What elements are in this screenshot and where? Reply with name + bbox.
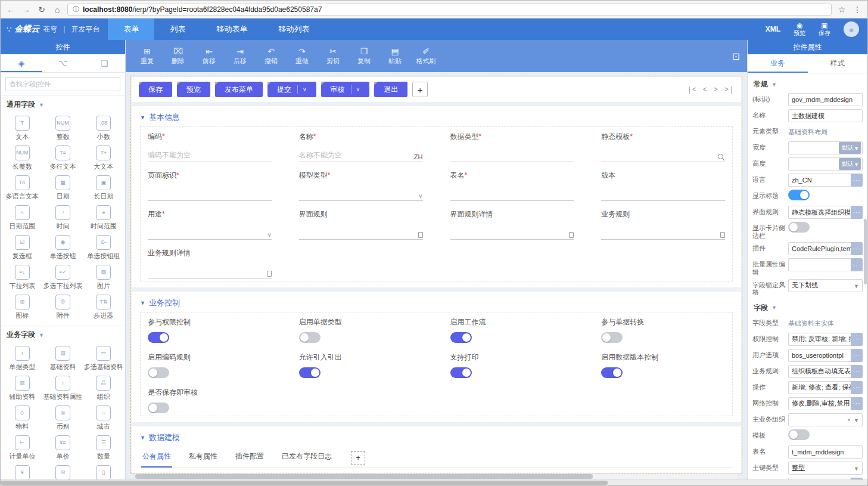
- chevron-down-icon[interactable]: ▼: [854, 283, 859, 289]
- control-item[interactable]: ◎币别: [42, 403, 83, 433]
- clear-icon[interactable]: ×: [847, 417, 851, 423]
- control-item[interactable]: ⊞图标: [2, 292, 42, 322]
- toggle-switch[interactable]: [148, 367, 169, 378]
- field-input[interactable]: ∨: [299, 189, 423, 201]
- more-options-button[interactable]: ···: [851, 381, 863, 394]
- form-action-button[interactable]: 发布菜单: [215, 82, 263, 97]
- form-action-button[interactable]: 提交∨: [267, 82, 316, 97]
- form-field[interactable]: 业务规则详情: [148, 248, 272, 278]
- property-input[interactable]: zh_CN: [788, 174, 851, 187]
- form-field[interactable]: 静态模板*: [601, 132, 725, 162]
- chevron-down-icon[interactable]: ▼: [854, 466, 859, 472]
- header-tab[interactable]: 移动表单: [201, 18, 263, 40]
- chevron-down-icon[interactable]: ∨: [267, 231, 271, 238]
- property-input[interactable]: 默认▾: [788, 141, 863, 154]
- search-icon[interactable]: [718, 154, 723, 159]
- property-input[interactable]: 新增; 修改; 查看; 保存; 删除;: [788, 381, 851, 394]
- control-item[interactable]: ¥≡单价: [42, 433, 83, 463]
- more-options-button[interactable]: ···: [851, 206, 863, 219]
- toggle-switch[interactable]: [601, 332, 623, 343]
- property-select[interactable]: ×▼: [788, 413, 863, 426]
- form-field[interactable]: 模型类型*∨: [299, 171, 423, 201]
- field-input[interactable]: 名称不能为空ZH: [299, 150, 423, 162]
- header-tab[interactable]: 表单: [108, 18, 154, 40]
- control-item[interactable]: ≡✓多选下拉列表: [42, 262, 83, 292]
- control-item[interactable]: 品组织: [83, 373, 124, 403]
- modeling-tab[interactable]: 私有属性: [188, 448, 219, 468]
- search-input[interactable]: [5, 77, 120, 91]
- control-item[interactable]: ≈日期范围: [2, 203, 42, 233]
- more-options-button[interactable]: ···: [851, 258, 863, 271]
- control-item[interactable]: ▯手机号: [83, 463, 124, 479]
- back-icon[interactable]: ←: [5, 5, 16, 14]
- address-bar[interactable]: ⓘ localhost:8080/ierp/?byPageId=roota6f2…: [67, 4, 832, 16]
- control-item[interactable]: ◕时间范围: [83, 203, 124, 233]
- toolbar-button[interactable]: ▤粘贴: [381, 47, 409, 66]
- property-group-header[interactable]: 常规▼: [752, 76, 863, 93]
- control-item[interactable]: ⊙-单选按钮组: [83, 233, 124, 262]
- toggle-switch[interactable]: [601, 367, 623, 378]
- more-options-button[interactable]: ···: [851, 242, 863, 255]
- detail-box-icon[interactable]: [418, 232, 423, 238]
- control-item[interactable]: i基础资料属性: [42, 373, 83, 403]
- control-item[interactable]: T+大文本: [83, 143, 124, 173]
- more-options-button[interactable]: ···: [851, 365, 863, 378]
- org-tree-icon[interactable]: ⌥: [42, 54, 84, 72]
- bookmark-star-icon[interactable]: ☆: [836, 5, 847, 14]
- control-item[interactable]: ≡↓下拉列表: [2, 262, 42, 292]
- toolbar-button[interactable]: ⇤前移: [195, 47, 223, 66]
- control-item[interactable]: ▥辅助资料: [2, 373, 42, 403]
- property-toggle[interactable]: [788, 429, 810, 440]
- more-options-button[interactable]: ···: [851, 397, 863, 410]
- modeling-tab[interactable]: 已发布字段日志: [281, 448, 333, 468]
- form-field[interactable]: 用途*∨: [148, 209, 272, 240]
- property-group-header[interactable]: 字段▼: [752, 299, 863, 317]
- control-item[interactable]: ✇附件: [42, 292, 83, 322]
- property-input[interactable]: 默认▾: [788, 157, 863, 171]
- toggle-switch[interactable]: [299, 367, 321, 378]
- control-item[interactable]: ◔时间: [42, 203, 83, 233]
- field-input[interactable]: [601, 189, 725, 201]
- property-toggle[interactable]: [788, 190, 810, 200]
- preview-button[interactable]: ◉ 预览: [794, 22, 805, 36]
- control-item[interactable]: ⌂城市: [83, 403, 124, 433]
- form-field[interactable]: 名称*名称不能为空ZH: [299, 132, 423, 162]
- window-horizontal-scrollbar[interactable]: [1, 479, 867, 485]
- property-input[interactable]: bos_useroptiontpl: [788, 349, 851, 362]
- form-action-button[interactable]: 审核∨: [321, 82, 370, 97]
- control-item[interactable]: ☑复选框: [2, 233, 42, 262]
- field-input[interactable]: [601, 228, 725, 240]
- toolbar-button[interactable]: ✂剪切: [319, 47, 347, 66]
- form-field[interactable]: 表名*: [450, 171, 574, 201]
- form-field[interactable]: 界面规则详情: [450, 209, 574, 240]
- toolbar-button[interactable]: ❐复制: [350, 47, 378, 66]
- field-input[interactable]: [148, 267, 272, 278]
- forward-icon[interactable]: →: [21, 5, 32, 14]
- control-section-header[interactable]: 业务字段▼: [1, 326, 125, 342]
- pager-icon[interactable]: <: [703, 85, 709, 94]
- properties-tab[interactable]: 样式: [808, 54, 868, 73]
- control-item[interactable]: ▣长日期: [83, 173, 124, 203]
- control-item[interactable]: ☰数量: [83, 433, 124, 463]
- toggle-switch[interactable]: [450, 367, 472, 378]
- copies-icon[interactable]: ❏: [83, 54, 125, 72]
- layers-icon[interactable]: ◈: [1, 54, 42, 72]
- field-input[interactable]: 编码不能为空: [148, 150, 272, 162]
- control-item[interactable]: ⊢计量单位: [2, 433, 42, 463]
- form-field[interactable]: 数据类型*: [450, 132, 574, 162]
- section-business-title[interactable]: ▼ 业务控制: [140, 295, 733, 312]
- field-input[interactable]: [299, 228, 423, 240]
- page-info-icon[interactable]: ⓘ: [73, 5, 79, 14]
- toolbar-button[interactable]: ↷重做: [288, 47, 316, 66]
- toolbar-button[interactable]: ↶撤销: [257, 47, 285, 66]
- property-input[interactable]: 静态模板选择组织模板表名: [788, 206, 851, 219]
- field-input[interactable]: [450, 228, 574, 240]
- property-input[interactable]: t_mdm_mddesign: [788, 445, 863, 459]
- control-item[interactable]: T文本: [2, 113, 42, 143]
- toggle-switch[interactable]: [450, 332, 472, 343]
- panel-scrollbar[interactable]: [864, 219, 867, 284]
- form-action-button[interactable]: 退出: [374, 82, 407, 97]
- toolbar-button[interactable]: ⇥后移: [226, 47, 254, 66]
- form-field[interactable]: 版本: [601, 171, 725, 201]
- default-unit-button[interactable]: 默认▾: [839, 158, 861, 170]
